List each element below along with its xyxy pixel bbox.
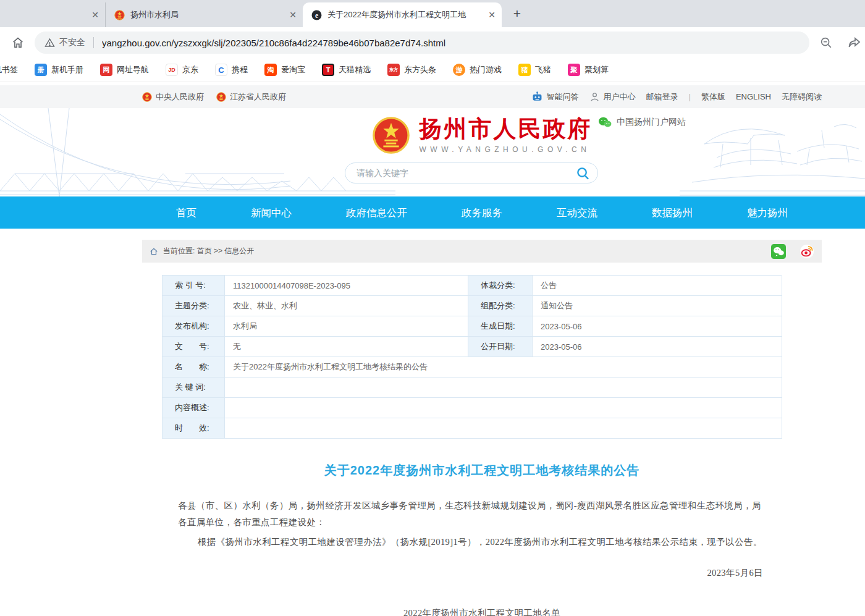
info-value: 水利局 (225, 316, 468, 337)
search-input[interactable] (357, 168, 576, 178)
bookmark-label: 机书签 (0, 64, 18, 75)
bookmark-item[interactable]: 机书签 (0, 64, 18, 75)
article-paragraph: 根据《扬州市水利工程文明工地建设管理办法》（扬水规[2019]1号），2022年… (178, 534, 762, 551)
site-favicon (311, 10, 322, 20)
share-icon[interactable] (845, 33, 864, 52)
new-tab-button[interactable]: + (508, 4, 526, 23)
home-icon[interactable] (9, 33, 27, 52)
robot-icon (531, 91, 543, 102)
bookmark-label: 京东 (182, 64, 198, 75)
bookmark-item[interactable]: 游 热门游戏 (453, 64, 502, 76)
tab-close-icon[interactable]: ✕ (486, 9, 498, 21)
info-label: 内容概述: (162, 398, 225, 418)
site-logo[interactable]: 扬州市人民政府 WWW.YANGZHOU.GOV.CN (142, 116, 822, 154)
breadcrumb: 当前位置: 首页 >> 信息公开 (142, 240, 822, 263)
tab-title: 扬州市水利局 (130, 9, 287, 20)
traditional-link[interactable]: 繁体版 (701, 91, 725, 103)
bookmark-icon: 东方 (387, 64, 400, 76)
zoom-out-icon[interactable] (817, 33, 835, 52)
bookmark-label: 热门游戏 (470, 64, 502, 75)
article-title: 关于2022年度扬州市水利工程文明工地考核结果的公告 (142, 462, 822, 479)
english-link[interactable]: ENGLISH (736, 92, 771, 101)
info-label: 组配分类: (468, 296, 533, 316)
bookmark-icon: 册 (35, 64, 47, 76)
article-list-title: 2022年度扬州市水利工程文明工地名单 (142, 605, 822, 616)
info-value: 11321000014407098E-2023-095 (225, 276, 468, 296)
user-icon (589, 91, 600, 102)
user-center-link[interactable]: 用户中心 (589, 91, 636, 103)
nav-item-charm[interactable]: 魅力扬州 (747, 196, 788, 229)
bookmark-item[interactable]: 网 网址导航 (100, 64, 149, 76)
info-label: 体裁分类: (468, 276, 533, 296)
link-central-gov[interactable]: 中央人民政府 (142, 91, 204, 103)
topbar-divider: | (689, 92, 691, 101)
bookmark-item[interactable]: JD 京东 (166, 64, 198, 76)
tab-title: 关于2022年度扬州市水利工程文明工地 (327, 9, 486, 20)
document-info-table: 索 引 号: 11321000014407098E-2023-095 体裁分类:… (162, 275, 782, 439)
search-icon[interactable] (576, 166, 590, 180)
bookmark-item[interactable]: 东方 东方头条 (387, 64, 436, 76)
breadcrumb-text[interactable]: 当前位置: 首页 >> 信息公开 (163, 246, 254, 256)
wechat-share-icon[interactable] (771, 244, 786, 259)
bookmark-item[interactable]: T 天猫精选 (322, 64, 371, 76)
gov-links: 中央人民政府 江苏省人民政府 (142, 91, 286, 103)
browser-tab-partial[interactable]: ✕ (0, 2, 105, 27)
wechat-portal-icon (598, 116, 612, 129)
bookmark-icon: 网 (100, 64, 112, 76)
bookmark-label: 飞猪 (535, 64, 551, 75)
info-value: 2023-05-06 (533, 337, 782, 357)
nav-item-home[interactable]: 首页 (176, 196, 196, 229)
bookmarks-bar: 机书签 册 新机手册 网 网址导航 JD 京东 C 携程 淘 爱淘宝 T 天猫精… (0, 58, 865, 82)
tab-close-icon[interactable]: ✕ (287, 9, 299, 21)
info-value: 公告 (533, 276, 782, 296)
address-bar[interactable]: 不安全 yangzhou.gov.cn/yzszxxgk/slj/202305/… (35, 32, 809, 54)
bookmark-label: 天猫精选 (339, 64, 371, 75)
bookmark-item[interactable]: 淘 爱淘宝 (264, 64, 305, 76)
info-value: 无 (225, 337, 468, 357)
article-date: 2023年5月6日 (142, 565, 763, 581)
info-label: 主题分类: (162, 296, 225, 316)
home-icon[interactable] (150, 247, 158, 256)
info-label: 关 键 词: (162, 378, 225, 398)
nav-item-news[interactable]: 新闻中心 (251, 196, 292, 229)
bookmark-item[interactable]: 猪 飞猪 (518, 64, 551, 76)
bookmark-icon: 猪 (518, 64, 531, 76)
nav-item-data[interactable]: 数据扬州 (652, 196, 693, 229)
link-jiangsu-gov[interactable]: 江苏省人民政府 (216, 91, 286, 103)
site-title: 扬州市人民政府 (420, 117, 593, 142)
security-label: 不安全 (59, 37, 85, 48)
tool-label: 智能问答 (547, 91, 579, 103)
toolbar-right-icons (817, 33, 864, 52)
portal-label: 中国扬州门户网站 (617, 117, 686, 128)
bookmark-label: 爱淘宝 (281, 64, 305, 75)
page-content: 当前位置: 首页 >> 信息公开 索 引 号: 1132100001440709… (142, 240, 822, 616)
info-value (225, 398, 782, 418)
nav-item-services[interactable]: 政务服务 (462, 196, 502, 229)
bookmark-item[interactable]: C 携程 (215, 64, 248, 76)
accessibility-link[interactable]: 无障碍阅读 (782, 91, 822, 103)
warning-icon (44, 38, 55, 48)
info-value (225, 378, 782, 398)
mail-login-link[interactable]: 邮箱登录 (646, 91, 678, 103)
bookmark-label: 携程 (232, 64, 248, 75)
portal-tag: 中国扬州门户网站 (598, 116, 686, 129)
article-paragraph: 各县（市、区）水利（务）局，扬州经济开发区城乡事务管理局，生态科技新城规划建设局… (178, 497, 762, 531)
weibo-share-icon[interactable] (800, 244, 814, 259)
info-label: 发布机构: (162, 316, 225, 337)
article-body: 各县（市、区）水利（务）局，扬州经济开发区城乡事务管理局，生态科技新城规划建设局… (142, 497, 822, 616)
bookmark-label: 聚划算 (584, 64, 609, 75)
browser-tab-shuiliju[interactable]: 扬州市水利局 ✕ (105, 2, 303, 27)
bookmark-item[interactable]: 聚 聚划算 (568, 64, 609, 76)
link-label: 江苏省人民政府 (230, 91, 286, 103)
browser-toolbar: 不安全 yangzhou.gov.cn/yzszxxgk/slj/202305/… (0, 27, 865, 58)
smart-qa-link[interactable]: 智能问答 (531, 91, 579, 103)
site-url-caption: WWW.YANGZHOU.GOV.CN (420, 145, 593, 154)
nav-item-info-disclosure[interactable]: 政府信息公开 (346, 196, 407, 229)
security-chip[interactable]: 不安全 (44, 37, 85, 48)
info-value: 关于2022年度扬州市水利工程文明工地考核结果的公告 (225, 357, 782, 378)
bookmark-item[interactable]: 册 新机手册 (35, 64, 83, 76)
tab-close-icon[interactable]: ✕ (89, 9, 101, 21)
bookmark-icon: 游 (453, 64, 465, 76)
nav-item-interaction[interactable]: 互动交流 (557, 196, 597, 229)
browser-tab-active[interactable]: 关于2022年度扬州市水利工程文明工地 ✕ (303, 2, 502, 27)
